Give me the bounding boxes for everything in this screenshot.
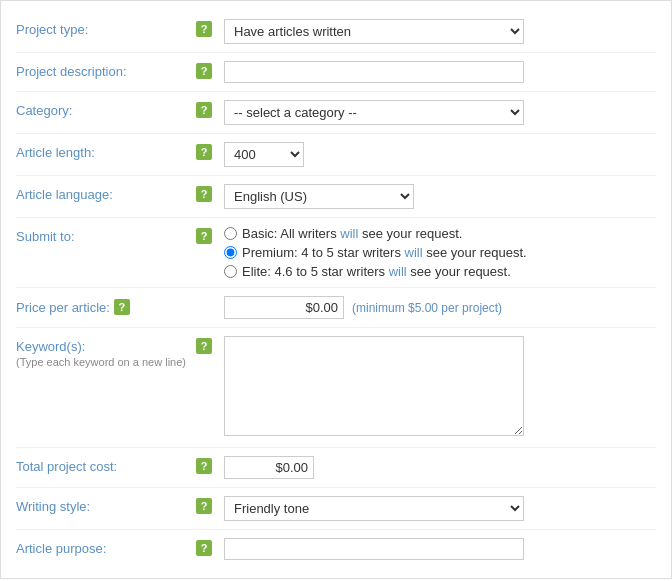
submit-basic-row: Basic: All writers will see your request… — [224, 226, 656, 241]
category-input-col: -- select a category -- — [224, 100, 656, 125]
project-type-help[interactable]: ? — [196, 19, 224, 37]
project-description-label: Project description: — [16, 61, 196, 79]
price-per-article-input-col: (minimum $5.00 per project) — [224, 296, 656, 319]
price-per-article-row: Price per article: ? (minimum $5.00 per … — [16, 288, 656, 328]
submit-elite-label[interactable]: Elite: 4.6 to 5 star writers will see yo… — [242, 264, 511, 279]
price-per-article-input[interactable] — [224, 296, 344, 319]
submit-to-label: Submit to: — [16, 226, 196, 244]
submit-premium-radio[interactable] — [224, 246, 237, 259]
article-purpose-row: Article purpose: ? — [16, 530, 656, 568]
article-length-label: Article length: — [16, 142, 196, 160]
price-per-article-label: Price per article: ? — [16, 299, 196, 315]
project-type-input-col: Have articles written Have blog posts wr… — [224, 19, 656, 44]
article-language-label: Article language: — [16, 184, 196, 202]
price-per-article-help-icon[interactable]: ? — [114, 299, 130, 315]
article-length-help[interactable]: ? — [196, 142, 224, 160]
writing-style-row: Writing style: ? Friendly tone Formal to… — [16, 488, 656, 530]
article-purpose-input[interactable] — [224, 538, 524, 560]
writing-style-select[interactable]: Friendly tone Formal tone Casual tone Te… — [224, 496, 524, 521]
project-description-help[interactable]: ? — [196, 61, 224, 79]
submit-premium-label[interactable]: Premium: 4 to 5 star writers will see yo… — [242, 245, 527, 260]
project-description-row: Project description: ? — [16, 53, 656, 92]
submit-elite-row: Elite: 4.6 to 5 star writers will see yo… — [224, 264, 656, 279]
total-project-cost-help[interactable]: ? — [196, 456, 224, 474]
article-language-select[interactable]: English (US) English (UK) Spanish French… — [224, 184, 414, 209]
category-help[interactable]: ? — [196, 100, 224, 118]
project-type-help-icon[interactable]: ? — [196, 21, 212, 37]
keywords-textarea[interactable] — [224, 336, 524, 436]
article-language-help-icon[interactable]: ? — [196, 186, 212, 202]
keywords-help-icon[interactable]: ? — [196, 338, 212, 354]
price-hint: (minimum $5.00 per project) — [352, 301, 502, 315]
article-purpose-help[interactable]: ? — [196, 538, 224, 556]
category-label: Category: — [16, 100, 196, 118]
article-length-help-icon[interactable]: ? — [196, 144, 212, 160]
article-purpose-label: Article purpose: — [16, 538, 196, 556]
category-select[interactable]: -- select a category -- — [224, 100, 524, 125]
project-type-select[interactable]: Have articles written Have blog posts wr… — [224, 19, 524, 44]
submit-to-options: Basic: All writers will see your request… — [224, 226, 656, 279]
keywords-label-col: Keyword(s): (Type each keyword on a new … — [16, 336, 196, 368]
project-type-label: Project type: — [16, 19, 196, 37]
submit-to-help[interactable]: ? — [196, 226, 224, 244]
submit-basic-label[interactable]: Basic: All writers will see your request… — [242, 226, 462, 241]
total-project-cost-row: Total project cost: ? — [16, 448, 656, 488]
price-per-article-label-col: Price per article: ? — [16, 296, 196, 315]
project-description-help-icon[interactable]: ? — [196, 63, 212, 79]
category-row: Category: ? -- select a category -- — [16, 92, 656, 134]
keywords-label: Keyword(s): — [16, 339, 85, 354]
writing-style-label: Writing style: — [16, 496, 196, 514]
keywords-input-col — [224, 336, 656, 439]
submit-basic-radio[interactable] — [224, 227, 237, 240]
writing-style-help[interactable]: ? — [196, 496, 224, 514]
submit-premium-row: Premium: 4 to 5 star writers will see yo… — [224, 245, 656, 260]
project-type-row: Project type: ? Have articles written Ha… — [16, 11, 656, 53]
project-description-input[interactable] — [224, 61, 524, 83]
writing-style-input-col: Friendly tone Formal tone Casual tone Te… — [224, 496, 656, 521]
keywords-help[interactable]: ? — [196, 336, 224, 354]
total-project-cost-help-icon[interactable]: ? — [196, 458, 212, 474]
total-project-cost-input-col — [224, 456, 656, 479]
form-container: Project type: ? Have articles written Ha… — [0, 0, 672, 579]
article-purpose-help-icon[interactable]: ? — [196, 540, 212, 556]
submit-elite-radio[interactable] — [224, 265, 237, 278]
writing-style-help-icon[interactable]: ? — [196, 498, 212, 514]
keywords-sub-label: (Type each keyword on a new line) — [16, 356, 196, 368]
article-length-input-col: 400 300 500 600 700 800 — [224, 142, 656, 167]
category-help-icon[interactable]: ? — [196, 102, 212, 118]
total-project-cost-label: Total project cost: — [16, 456, 196, 474]
article-purpose-input-col — [224, 538, 656, 560]
project-description-input-col — [224, 61, 656, 83]
submit-to-row: Submit to: ? Basic: All writers will see… — [16, 218, 656, 288]
submit-to-help-icon[interactable]: ? — [196, 228, 212, 244]
price-per-article-help-spacer — [196, 296, 224, 298]
total-project-cost-input[interactable] — [224, 456, 314, 479]
keywords-row: Keyword(s): (Type each keyword on a new … — [16, 328, 656, 448]
article-length-row: Article length: ? 400 300 500 600 700 80… — [16, 134, 656, 176]
article-language-help[interactable]: ? — [196, 184, 224, 202]
article-language-input-col: English (US) English (UK) Spanish French… — [224, 184, 656, 209]
article-language-row: Article language: ? English (US) English… — [16, 176, 656, 218]
article-length-select[interactable]: 400 300 500 600 700 800 — [224, 142, 304, 167]
